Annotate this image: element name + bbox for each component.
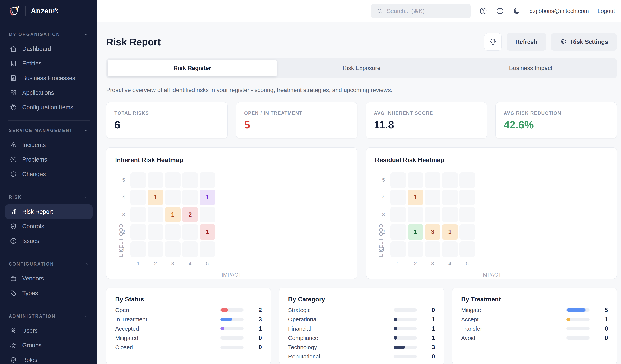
stat-label: OPEN / IN TREATMENT <box>244 111 349 116</box>
heatmap-cell-l5-i5 <box>460 172 475 188</box>
tab-risk-exposure[interactable]: Risk Exposure <box>277 60 446 77</box>
briefcase-icon <box>10 275 17 282</box>
breakdown-row: Mitigated0 <box>115 335 262 341</box>
stat-value: 11.8 <box>374 119 479 131</box>
dark-mode-moon-icon[interactable] <box>513 7 521 15</box>
tab-business-impact[interactable]: Business Impact <box>446 60 615 77</box>
search-input[interactable] <box>371 4 470 18</box>
heatmap-cell-l2-i2: 1 <box>408 224 423 240</box>
sidebar-item-configuration-items[interactable]: Configuration Items <box>5 100 93 115</box>
sidebar-item-roles[interactable]: Roles <box>5 353 93 364</box>
divider <box>8 187 90 187</box>
insights-lightbulb-button[interactable] <box>484 33 502 51</box>
breakdown-row-label: Closed <box>115 344 220 350</box>
sidebar-item-business-processes[interactable]: Business Processes <box>5 71 93 85</box>
x-axis-tick: 5 <box>460 261 475 267</box>
breakdown-card-by-treatment: By TreatmentMitigate5Accept1Transfer0Avo… <box>452 287 617 364</box>
heatmap-cell-l4-i5 <box>460 190 475 205</box>
heatmap-cell-l1-i4 <box>442 241 458 257</box>
sidebar-item-issues[interactable]: Issues <box>5 234 93 248</box>
breakdown-row: In Treatment3 <box>115 316 262 322</box>
progress-bar <box>220 318 244 321</box>
sidebar-item-types[interactable]: Types <box>5 286 93 301</box>
sidebar-section-risk[interactable]: RISK <box>5 194 93 200</box>
progress-bar <box>394 327 417 330</box>
chevron-up-icon <box>84 314 89 319</box>
x-axis-tick: 4 <box>442 261 458 267</box>
shield-check-icon <box>10 223 17 230</box>
breakdown-row-label: Accepted <box>115 325 220 332</box>
stat-card-avg-inherent-score: AVG INHERENT SCORE11.8 <box>366 102 487 138</box>
breakdown-row-label: Financial <box>288 325 393 332</box>
page-content: Risk Report Refresh Risk Settings Risk R… <box>98 22 621 364</box>
risk-settings-button[interactable]: Risk Settings <box>551 33 617 51</box>
risk-settings-label: Risk Settings <box>571 39 608 45</box>
chevron-up-icon <box>84 194 89 200</box>
x-axis-tick: 2 <box>148 261 163 267</box>
heatmap-cell-l1-i3 <box>165 241 181 257</box>
sidebar-item-label: Users <box>22 327 38 334</box>
y-axis-label: LIKELIHOOD <box>118 172 124 257</box>
sidebar-item-controls[interactable]: Controls <box>5 219 93 234</box>
breakdown-row: Strategic0 <box>288 307 435 313</box>
progress-bar <box>394 346 417 349</box>
sidebar-section-administration[interactable]: ADMINISTRATION <box>5 314 93 319</box>
section-label: RISK <box>9 195 22 200</box>
sidebar-section-configuration[interactable]: CONFIGURATION <box>5 261 93 267</box>
refresh-icon <box>10 171 17 178</box>
brand[interactable]: Anzen® <box>0 0 98 22</box>
heatmap-cell-l2-i3 <box>165 224 181 240</box>
heatmap-cell-l1-i5 <box>200 241 215 257</box>
breakdown-row-value: 1 <box>427 316 435 323</box>
breakdown-row-value: 3 <box>254 316 262 323</box>
heatmap-cell-l3-i5 <box>200 207 215 222</box>
refresh-button[interactable]: Refresh <box>507 33 546 51</box>
tab-risk-register[interactable]: Risk Register <box>108 60 277 77</box>
breakdown-row-value: 0 <box>254 344 262 351</box>
sidebar-item-entities[interactable]: Entities <box>5 56 93 71</box>
stat-label: TOTAL RISKS <box>114 111 220 116</box>
heatmap-cell-l4-i1 <box>390 190 406 205</box>
breakdown-row-value: 0 <box>427 353 435 360</box>
sidebar-item-label: Issues <box>22 237 39 244</box>
sidebar-item-vendors[interactable]: Vendors <box>5 271 93 286</box>
breakdown-row: Technology3 <box>288 344 435 350</box>
users-icon <box>10 327 17 334</box>
heatmap-cell-l2-i1 <box>390 224 406 240</box>
stat-value: 42.6% <box>503 119 609 131</box>
y-axis-label: LIKELIHOOD <box>378 172 384 257</box>
breakdown-row-label: Accept <box>461 316 567 323</box>
sidebar-item-risk-report[interactable]: Risk Report <box>5 204 93 219</box>
breakdown-row-label: Compliance <box>288 335 393 341</box>
bar-chart-icon <box>10 208 17 215</box>
heatmap-cell-l3-i1 <box>390 207 406 222</box>
sidebar-item-groups[interactable]: Groups <box>5 338 93 353</box>
sidebar-section-service-management[interactable]: SERVICE MANAGEMENT <box>5 128 93 133</box>
sidebar-item-problems[interactable]: Problems <box>5 152 93 167</box>
sidebar-item-changes[interactable]: Changes <box>5 167 93 181</box>
sidebar-item-applications[interactable]: Applications <box>5 85 93 100</box>
heatmap-cell-l4-i3 <box>165 190 181 205</box>
sidebar-item-label: Business Processes <box>22 75 75 82</box>
logout-link[interactable]: Logout <box>597 8 615 14</box>
sidebar-item-users[interactable]: Users <box>5 323 93 338</box>
sidebar-item-label: Vendors <box>22 275 44 282</box>
divider <box>8 306 90 306</box>
help-icon[interactable] <box>479 7 487 15</box>
breakdown-row: Mitigate5 <box>461 307 608 313</box>
sidebar-item-incidents[interactable]: Incidents <box>5 138 93 152</box>
search-field[interactable] <box>386 8 465 15</box>
file-chart-icon <box>10 75 17 82</box>
heatmap-cell-l4-i4 <box>442 190 458 205</box>
heatmap-cell-l2-i5: 1 <box>200 224 215 240</box>
heatmap-cell-l4-i4 <box>182 190 198 205</box>
sidebar-item-label: Types <box>22 290 38 297</box>
progress-bar <box>220 346 244 349</box>
sidebar-section-my-organisation[interactable]: MY ORGANISATION <box>5 32 93 37</box>
sidebar-item-label: Controls <box>22 223 44 230</box>
home-icon <box>10 45 17 52</box>
heatmap-cell-l3-i3: 1 <box>165 207 181 222</box>
globe-icon[interactable] <box>496 7 504 15</box>
heatmap-cell-l4-i5: 1 <box>200 190 215 205</box>
sidebar-item-dashboard[interactable]: Dashboard <box>5 42 93 56</box>
